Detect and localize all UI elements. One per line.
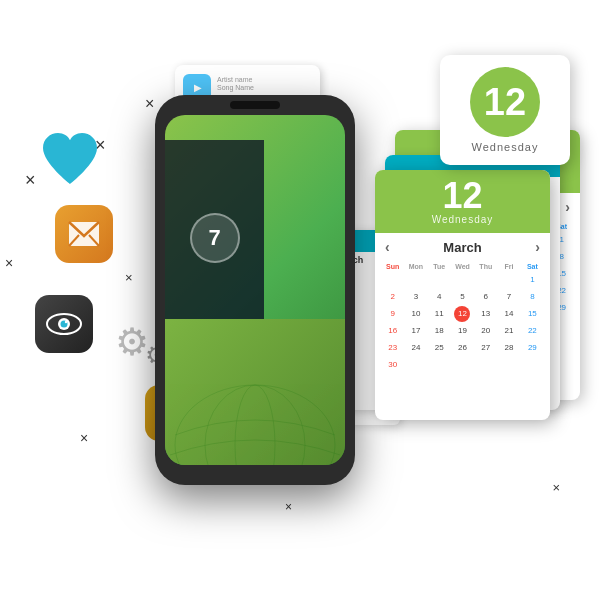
phone-notch	[230, 101, 280, 109]
cal-back-next[interactable]: ›	[565, 199, 570, 215]
x-mark-10: ×	[285, 500, 292, 514]
svg-point-6	[65, 321, 67, 323]
x-mark-6: ×	[80, 430, 88, 446]
heart-icon	[40, 130, 100, 190]
cal-front-header: 12 Wednesday	[375, 170, 550, 233]
phone-dark-panel: 7	[165, 140, 264, 335]
svg-point-26	[235, 385, 275, 465]
eye-app-icon[interactable]	[35, 295, 93, 353]
phone-green-area	[165, 319, 345, 465]
music-artist: Artist name	[217, 76, 312, 84]
cal-front-prev[interactable]: ‹	[385, 239, 390, 255]
cal-front-month-header: ‹ March ›	[375, 233, 550, 261]
cal-front-grid: SunMonTueWedThuFriSat 1 2345678 91011121…	[375, 261, 550, 378]
main-scene: × × × × × × × × × × Artist name Song Nam…	[0, 0, 600, 600]
phone-circle-number: 7	[190, 213, 240, 263]
phone-screen: 7	[165, 115, 345, 465]
phone-screen-inner: 7	[165, 140, 345, 465]
cal-front-day-name: Wednesday	[381, 214, 544, 225]
email-app-icon[interactable]	[55, 205, 113, 263]
cal-front-month-label: March	[443, 240, 481, 255]
x-mark-3: ×	[25, 170, 36, 191]
day-card-number: 12	[484, 81, 526, 124]
svg-point-24	[175, 385, 335, 465]
music-song: Song Name	[217, 84, 312, 92]
cal-front-day-num: 12	[381, 178, 544, 214]
cal-front-next[interactable]: ›	[535, 239, 540, 255]
gear-large-icon: ⚙	[115, 320, 149, 364]
x-mark-1: ×	[145, 95, 154, 113]
x-mark-5: ×	[125, 270, 133, 285]
phone-device: 7	[155, 95, 355, 485]
day-card: 12 Wednesday	[440, 55, 570, 165]
x-mark-9: ×	[552, 480, 560, 495]
x-mark-4: ×	[5, 255, 13, 271]
day-card-circle: 12	[470, 67, 540, 137]
day-card-day-name: Wednesday	[472, 141, 539, 153]
calendar-front[interactable]: 12 Wednesday ‹ March › SunMonTueWedThuFr…	[375, 170, 550, 420]
svg-point-25	[205, 385, 305, 465]
